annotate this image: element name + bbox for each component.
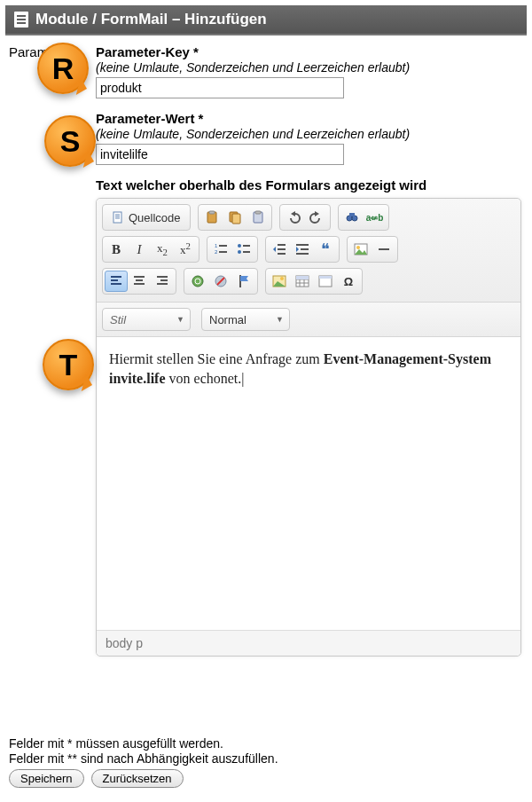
- svg-rect-0: [113, 212, 121, 223]
- editor-element-path[interactable]: body p: [106, 636, 143, 650]
- clipboard-cut-icon: [205, 210, 219, 224]
- omega-icon: Ω: [344, 275, 353, 288]
- chevron-down-icon: ▼: [276, 315, 284, 324]
- numbered-list-button[interactable]: 12: [209, 239, 232, 260]
- align-left-icon: [109, 274, 123, 288]
- redo-button[interactable]: [305, 207, 328, 228]
- bold-button[interactable]: B: [105, 239, 128, 260]
- link-icon: [191, 274, 205, 288]
- svg-rect-12: [349, 213, 355, 216]
- svg-point-18: [238, 250, 241, 254]
- editor-text-prefix: Hiermit stellen Sie eine Anfrage zum: [109, 351, 324, 366]
- align-right-button[interactable]: [151, 271, 174, 292]
- page-icon: [14, 12, 28, 28]
- annotation-bubble-r: R: [37, 43, 89, 94]
- svg-rect-7: [232, 214, 240, 224]
- superscript-button[interactable]: x2: [174, 239, 197, 260]
- align-left-button[interactable]: [105, 271, 128, 292]
- paste-button[interactable]: [246, 207, 270, 228]
- svg-rect-52: [319, 276, 332, 279]
- editor-status-bar: body p: [97, 630, 520, 656]
- insert-image-button[interactable]: [268, 271, 291, 292]
- label-parameter-value: Parameter-Wert *: [96, 111, 521, 126]
- table-icon: [295, 274, 309, 288]
- binoculars-icon: [345, 210, 359, 224]
- outdent-button[interactable]: [268, 239, 291, 260]
- svg-point-39: [192, 276, 203, 287]
- style-select-label: Stil: [110, 313, 126, 326]
- input-parameter-key[interactable]: [96, 77, 344, 98]
- clipboard-copy-icon: [228, 210, 242, 224]
- outdent-icon: [272, 242, 286, 256]
- format-select[interactable]: Normal ▼: [201, 308, 290, 331]
- annotation-bubble-t: T: [43, 339, 94, 390]
- editor-text-suffix: von echonet.: [166, 371, 242, 386]
- svg-rect-50: [296, 276, 309, 279]
- italic-button[interactable]: I: [128, 239, 151, 260]
- copy-button[interactable]: [223, 207, 246, 228]
- svg-point-28: [356, 246, 360, 249]
- italic-icon: I: [137, 242, 142, 257]
- subscript-icon: x2: [157, 241, 168, 257]
- clipboard-paste-icon: [251, 210, 265, 224]
- unlink-button[interactable]: [209, 271, 232, 292]
- image-icon: [354, 242, 368, 256]
- svg-rect-5: [209, 211, 215, 214]
- redo-icon: [309, 210, 324, 224]
- link-button[interactable]: [186, 271, 209, 292]
- save-button[interactable]: Speichern: [9, 769, 84, 788]
- source-button[interactable]: Quellcode: [105, 207, 188, 228]
- svg-point-44: [280, 277, 284, 280]
- label-parameter-key: Parameter-Key *: [96, 44, 521, 59]
- reset-button[interactable]: Zurücksetzen: [91, 769, 184, 788]
- svg-text:2: 2: [215, 249, 218, 255]
- anchor-button[interactable]: [232, 271, 255, 292]
- label-text-above-form: Text welcher oberhalb des Formulars ange…: [96, 177, 521, 193]
- replace-button[interactable]: a⇍b: [364, 207, 387, 228]
- hr-button[interactable]: [372, 239, 395, 260]
- page-title: Module / FormMail – Hinzufügen: [35, 11, 267, 28]
- special-char-button[interactable]: Ω: [337, 271, 360, 292]
- hint-parameter-value: (keine Umlaute, Sonderzeichen und Leerze…: [96, 127, 521, 141]
- picture-icon: [272, 274, 286, 288]
- flag-icon: [238, 274, 250, 288]
- rich-text-editor: Quellcode: [96, 198, 521, 657]
- svg-point-17: [238, 244, 241, 248]
- svg-text:1: 1: [215, 243, 218, 248]
- undo-button[interactable]: [282, 207, 305, 228]
- input-parameter-value[interactable]: [96, 144, 344, 165]
- style-select[interactable]: Stil ▼: [102, 308, 191, 331]
- blockquote-button[interactable]: ❝: [314, 239, 337, 260]
- cut-button[interactable]: [200, 207, 223, 228]
- image-button[interactable]: [349, 239, 372, 260]
- align-center-icon: [132, 274, 146, 288]
- text-caret: |: [241, 371, 244, 386]
- title-bar: Module / FormMail – Hinzufügen: [5, 5, 527, 35]
- indent-button[interactable]: [291, 239, 314, 260]
- numbered-list-icon: 12: [214, 242, 228, 256]
- indent-icon: [295, 242, 309, 256]
- required-note-2: Felder mit ** sind nach Abhängigkeit aus…: [9, 751, 523, 766]
- undo-icon: [286, 210, 301, 224]
- align-right-icon: [155, 274, 169, 288]
- blockquote-icon: ❝: [321, 240, 330, 259]
- window-icon: [318, 274, 332, 288]
- horizontal-rule-icon: [377, 242, 391, 256]
- subscript-button[interactable]: x2: [151, 239, 174, 260]
- find-button[interactable]: [340, 207, 364, 228]
- annotation-bubble-s: S: [44, 115, 96, 167]
- superscript-icon: x2: [180, 240, 191, 257]
- bold-icon: B: [112, 242, 121, 257]
- templates-button[interactable]: [314, 271, 337, 292]
- editor-content[interactable]: Hiermit stellen Sie eine Anfrage zum Eve…: [97, 337, 520, 630]
- svg-rect-9: [255, 211, 261, 214]
- bulleted-list-button[interactable]: [232, 239, 255, 260]
- unlink-icon: [214, 274, 228, 288]
- align-center-button[interactable]: [128, 271, 151, 292]
- required-note-1: Felder mit * müssen ausgefüllt werden.: [9, 736, 523, 751]
- hint-parameter-key: (keine Umlaute, Sonderzeichen und Leerze…: [96, 60, 521, 75]
- chevron-down-icon: ▼: [176, 315, 184, 324]
- table-button[interactable]: [291, 271, 314, 292]
- format-select-label: Normal: [209, 313, 246, 326]
- source-button-label: Quellcode: [129, 211, 181, 224]
